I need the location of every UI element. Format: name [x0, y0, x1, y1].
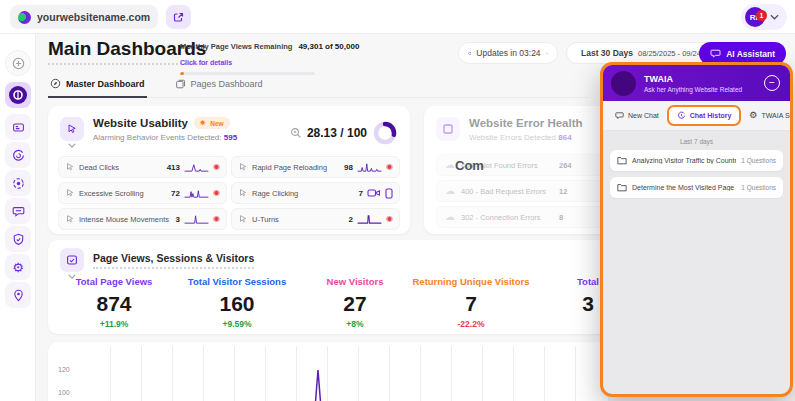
history-item-title: Analyzing Visitor Traffic by Country	[632, 157, 736, 164]
stat-value: 3	[577, 292, 599, 316]
sidebar-item-dashboards[interactable]	[5, 82, 31, 108]
metric-label: Intense Mouse Movements	[79, 215, 172, 224]
open-website-button[interactable]	[166, 5, 191, 29]
tab-label: Chat History	[690, 112, 732, 119]
plus-circle-icon	[12, 57, 25, 70]
sidebar-item-card[interactable]	[5, 114, 31, 140]
stat-total-page-views: Total Page Views 874 +11.9%	[76, 276, 153, 329]
tab-label: Master Dashboard	[66, 79, 145, 89]
metric-value: 7	[359, 189, 363, 198]
metric-label: Excessive Scrolling	[79, 189, 167, 198]
sidebar-item-chat[interactable]	[5, 198, 31, 224]
cloud-icon: ☁	[445, 186, 455, 196]
window-check-icon	[66, 254, 78, 266]
pin-icon	[12, 289, 25, 302]
tab-twaia-settings[interactable]: ⚙ TWAIA Settings	[743, 107, 793, 124]
new-badge: ✸ New	[194, 117, 230, 129]
tab-master-dashboard[interactable]: Master Dashboard	[48, 74, 147, 98]
stat-label: Returning Unique Visitors	[412, 276, 529, 287]
updates-dropdown[interactable]: Updates in 03:24	[458, 42, 558, 64]
tab-label: TWAIA Settings	[761, 112, 793, 119]
sidebar-item-add[interactable]	[5, 50, 31, 76]
mobile-icon[interactable]	[385, 188, 393, 199]
history-item[interactable]: Determine the Most Visited Page on My We…	[610, 177, 783, 198]
detected-count: 595	[224, 133, 237, 142]
cloud-icon: ☁	[445, 160, 455, 170]
stat-new-visitors: New Visitors 27 +8%	[327, 276, 384, 329]
stat-value: 7	[412, 292, 529, 316]
cursor-icon	[65, 162, 75, 172]
website-selector[interactable]: yourwebsitename.com	[10, 5, 158, 29]
recording-icon[interactable]: ◉	[213, 163, 220, 171]
usability-title: Website Usability	[93, 117, 188, 129]
cursor-click-icon	[66, 123, 78, 135]
metric-value: 98	[344, 163, 353, 172]
stat-value: 160	[188, 292, 286, 316]
sidebar-item-swirl[interactable]	[5, 142, 31, 168]
usability-score: 28.13 / 100	[307, 126, 367, 140]
stat-delta: +11.9%	[76, 319, 153, 329]
chat-icon	[615, 111, 624, 120]
error-value: 12	[559, 187, 567, 196]
metric-label: Dead Clicks	[79, 163, 163, 172]
metric-label: Rage Clicking	[252, 189, 355, 198]
expand-chevron-icon[interactable]	[68, 143, 76, 148]
sidebar-item-settings[interactable]: ⚙	[5, 254, 31, 280]
website-usability-card: Website Usability ✸ New Alarming Behavio…	[48, 106, 410, 234]
twaia-history-list: Last 7 days Analyzing Visitor Traffic by…	[603, 138, 790, 198]
sparkline	[184, 214, 209, 225]
stat-label: Total Visitor Sessions	[188, 276, 286, 287]
date-range-picker[interactable]: Last 30 Days 08/25/2025 - 09/24/2025	[566, 42, 716, 64]
tab-new-chat[interactable]: New Chat	[609, 107, 665, 124]
cursor-icon	[238, 162, 248, 172]
pages-icon	[175, 79, 186, 90]
y-tick-100: 100	[58, 389, 70, 396]
sidebar-item-location[interactable]	[5, 282, 31, 308]
quota-value: 49,301 of 50,000	[298, 42, 359, 51]
metric-value: 72	[171, 189, 180, 198]
ai-assistant-label: AI Assistant	[726, 49, 775, 59]
metric-u-turns: U-Turns 2 ◉	[231, 208, 400, 230]
dashboard-donut-icon	[9, 86, 27, 104]
y-tick-120: 120	[58, 366, 70, 373]
twaia-tabs: New Chat Chat History ⚙ TWAIA Settings	[603, 101, 790, 131]
sidebar-item-target[interactable]	[5, 170, 31, 196]
stat-total-visitor-sessions: Total Visitor Sessions 160 +9.59%	[188, 276, 286, 329]
tab-chat-history[interactable]: Chat History	[667, 105, 742, 126]
recording-icon[interactable]: ◉	[386, 215, 393, 223]
recording-icon[interactable]: ◉	[213, 215, 220, 223]
stat-returning-unique-visitors: Returning Unique Visitors 7 -22.2%	[412, 276, 529, 329]
quota-details-link[interactable]: Click for details	[180, 59, 232, 66]
collapse-button[interactable]: −	[764, 75, 780, 91]
chevron-down-icon	[546, 51, 548, 56]
cursor-icon	[238, 188, 248, 198]
history-section-label: Last 7 days	[603, 138, 790, 145]
tab-pages-dashboard[interactable]: Pages Dashboard	[173, 74, 265, 97]
user-menu[interactable]: RF 1	[741, 4, 787, 30]
sidebar-item-shield[interactable]	[5, 226, 31, 252]
stats-card: Page Views, Sessions & Visitors Total Pa…	[48, 240, 608, 334]
error-count: 864	[558, 133, 571, 142]
cursor-icon	[65, 214, 75, 224]
error-label: 302 - Connection Errors	[461, 213, 541, 222]
card-icon	[12, 121, 25, 134]
recording-icon[interactable]: ◉	[213, 189, 220, 197]
stat-delta: +8%	[327, 319, 384, 329]
recording-icon[interactable]: ◉	[386, 163, 393, 171]
stat-delta: -22.2%	[412, 319, 529, 329]
twaia-subtitle: Ask her Anything Website Related	[644, 86, 756, 93]
metric-rapid-page-reloading: Rapid Page Reloading 98 ◉	[231, 156, 400, 178]
gear-icon: ⚙	[749, 111, 757, 120]
dashboard-tabs: Master Dashboard Pages Dashboard	[48, 74, 588, 98]
sparkline	[357, 162, 382, 173]
cursor-icon	[238, 214, 248, 224]
coming-soon-watermark: Com	[455, 158, 484, 173]
history-item[interactable]: Analyzing Visitor Traffic by Country 1 Q…	[610, 150, 783, 171]
chevron-down-icon	[770, 14, 779, 20]
video-icon[interactable]	[367, 188, 381, 198]
tab-label: Pages Dashboard	[191, 79, 263, 89]
error-card-icon-box	[436, 117, 460, 141]
history-icon	[677, 111, 686, 120]
twaia-panel-header: TWAIA Ask her Anything Website Related −	[603, 65, 790, 101]
gear-icon: ⚙	[12, 261, 24, 274]
